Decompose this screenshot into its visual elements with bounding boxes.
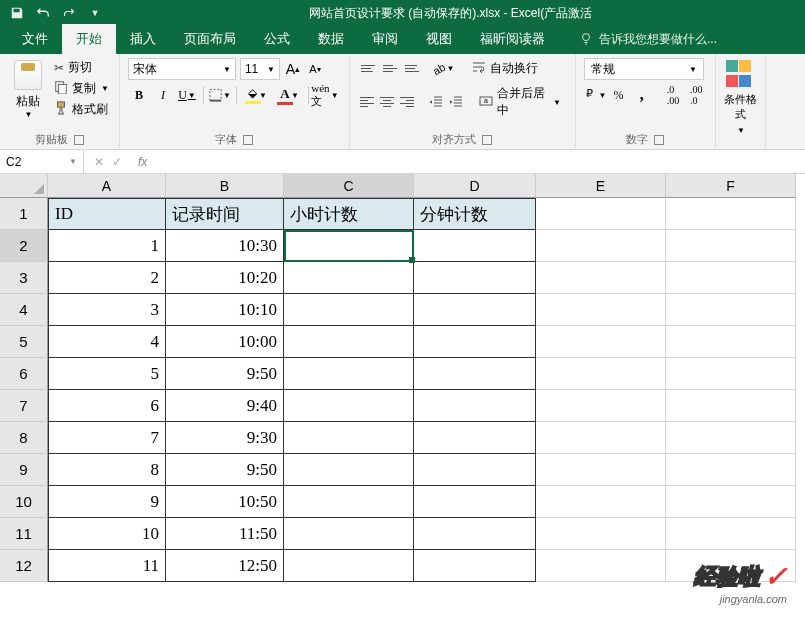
cell[interactable]: 10:30 (166, 230, 284, 262)
clipboard-dialog-launcher[interactable] (74, 135, 84, 145)
cell[interactable]: 1 (48, 230, 166, 262)
cell[interactable] (414, 422, 536, 454)
row-header-7[interactable]: 7 (0, 390, 48, 422)
redo-icon[interactable] (60, 4, 78, 22)
cell[interactable] (284, 230, 414, 262)
cell[interactable] (284, 262, 414, 294)
decrease-decimal-button[interactable]: .00.0 (686, 84, 707, 106)
cell[interactable] (414, 486, 536, 518)
cell[interactable]: 10:00 (166, 326, 284, 358)
decrease-font-button[interactable]: A▾ (306, 59, 324, 79)
align-left-button[interactable] (358, 92, 376, 112)
cell[interactable] (284, 390, 414, 422)
row-header-12[interactable]: 12 (0, 550, 48, 582)
cell[interactable] (536, 294, 666, 326)
cell[interactable] (284, 454, 414, 486)
select-all-corner[interactable] (0, 174, 48, 198)
cell[interactable] (536, 198, 666, 230)
row-header-11[interactable]: 11 (0, 518, 48, 550)
header-cell-A[interactable]: ID (48, 198, 166, 230)
font-size-select[interactable]: 11▼ (240, 58, 280, 80)
cell[interactable]: 11 (48, 550, 166, 582)
tab-formulas[interactable]: 公式 (250, 24, 304, 54)
cell[interactable] (536, 358, 666, 390)
cell[interactable] (536, 230, 666, 262)
cell[interactable] (414, 230, 536, 262)
percent-button[interactable]: % (608, 84, 629, 106)
tell-me-search[interactable]: 告诉我您想要做什么... (579, 31, 717, 54)
orientation-button[interactable]: ab▼ (434, 59, 454, 79)
column-header-F[interactable]: F (666, 174, 796, 198)
cell[interactable] (284, 358, 414, 390)
cancel-formula-icon[interactable]: ✕ (94, 155, 104, 169)
fx-button[interactable]: fx (132, 155, 153, 169)
cell[interactable] (284, 518, 414, 550)
tab-data[interactable]: 数据 (304, 24, 358, 54)
cell[interactable] (284, 422, 414, 454)
cell[interactable] (536, 262, 666, 294)
column-header-A[interactable]: A (48, 174, 166, 198)
accounting-format-button[interactable]: ₽▼ (584, 84, 606, 106)
align-middle-button[interactable] (380, 59, 400, 79)
tab-view[interactable]: 视图 (412, 24, 466, 54)
cell[interactable] (414, 326, 536, 358)
cell[interactable] (536, 422, 666, 454)
italic-button[interactable]: I (152, 84, 174, 106)
tab-review[interactable]: 审阅 (358, 24, 412, 54)
cell[interactable] (536, 454, 666, 486)
alignment-dialog-launcher[interactable] (482, 135, 492, 145)
cell[interactable]: 10:20 (166, 262, 284, 294)
cell[interactable]: 12:50 (166, 550, 284, 582)
column-header-B[interactable]: B (166, 174, 284, 198)
column-header-D[interactable]: D (414, 174, 536, 198)
copy-button[interactable]: 复制▼ (52, 79, 111, 98)
header-cell-D[interactable]: 分钟计数 (414, 198, 536, 230)
cell[interactable] (414, 294, 536, 326)
cell[interactable]: 9:50 (166, 358, 284, 390)
tab-layout[interactable]: 页面布局 (170, 24, 250, 54)
fill-color-button[interactable]: ⬙▼ (242, 84, 264, 106)
cell[interactable] (414, 262, 536, 294)
cell[interactable]: 5 (48, 358, 166, 390)
cell[interactable]: 8 (48, 454, 166, 486)
cell[interactable] (666, 326, 796, 358)
paste-button[interactable]: 粘贴 ▼ (8, 58, 48, 121)
cell[interactable]: 10:10 (166, 294, 284, 326)
cell[interactable]: 2 (48, 262, 166, 294)
header-cell-B[interactable]: 记录时间 (166, 198, 284, 230)
format-painter-button[interactable]: 格式刷 (52, 100, 111, 119)
cell[interactable] (666, 422, 796, 454)
cell[interactable] (666, 198, 796, 230)
increase-indent-button[interactable] (447, 92, 465, 112)
align-bottom-button[interactable] (402, 59, 422, 79)
undo-icon[interactable] (34, 4, 52, 22)
header-cell-C[interactable]: 小时计数 (284, 198, 414, 230)
row-header-8[interactable]: 8 (0, 422, 48, 454)
font-name-select[interactable]: 宋体▼ (128, 58, 236, 80)
tab-home[interactable]: 开始 (62, 24, 116, 54)
cut-button[interactable]: ✂剪切 (52, 58, 111, 77)
underline-button[interactable]: U▼ (176, 84, 198, 106)
row-header-10[interactable]: 10 (0, 486, 48, 518)
row-header-3[interactable]: 3 (0, 262, 48, 294)
cell[interactable]: 9:50 (166, 454, 284, 486)
cell[interactable] (666, 358, 796, 390)
cell[interactable]: 3 (48, 294, 166, 326)
align-top-button[interactable] (358, 59, 378, 79)
cell[interactable]: 11:50 (166, 518, 284, 550)
cell[interactable] (284, 486, 414, 518)
tab-insert[interactable]: 插入 (116, 24, 170, 54)
cell[interactable] (666, 262, 796, 294)
cell[interactable]: 9:30 (166, 422, 284, 454)
cell[interactable] (284, 550, 414, 582)
cell[interactable] (284, 294, 414, 326)
cell[interactable] (536, 326, 666, 358)
decrease-indent-button[interactable] (427, 92, 445, 112)
row-header-2[interactable]: 2 (0, 230, 48, 262)
comma-button[interactable]: , (631, 84, 652, 106)
cell[interactable]: 10:50 (166, 486, 284, 518)
bold-button[interactable]: B (128, 84, 150, 106)
column-header-C[interactable]: C (284, 174, 414, 198)
cell[interactable] (666, 486, 796, 518)
cell[interactable]: 9 (48, 486, 166, 518)
